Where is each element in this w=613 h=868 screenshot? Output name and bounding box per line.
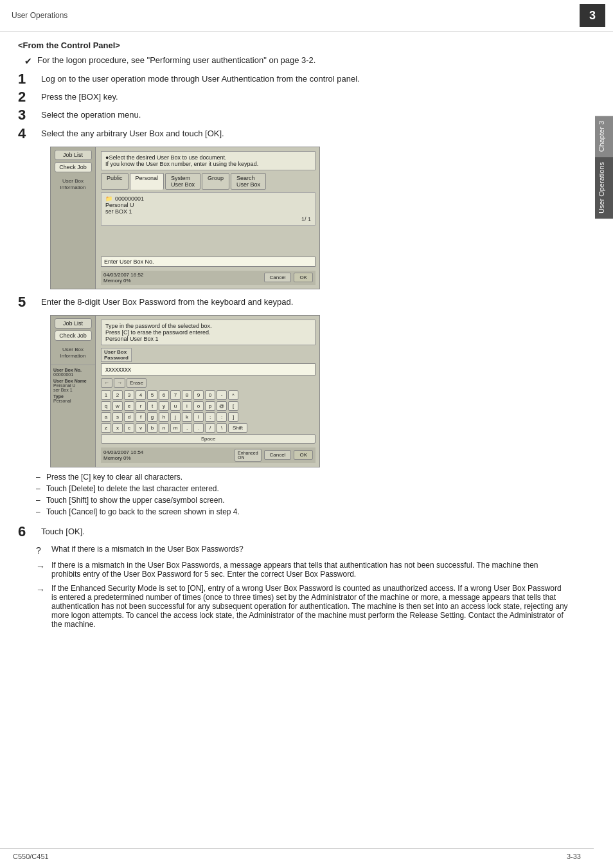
key-bracket-close[interactable]: ] <box>228 412 238 422</box>
key-w[interactable]: w <box>112 401 123 411</box>
key-6[interactable]: 6 <box>159 390 169 400</box>
screen2-userboxname-label: User Box Name <box>53 379 93 383</box>
key-1[interactable]: 1 <box>101 390 111 400</box>
step-1-text: Log on to the user operation mode throug… <box>41 71 568 84</box>
key-colon[interactable]: : <box>217 412 227 422</box>
step6-arrow2-text: If the Enhanced Security Mode is set to … <box>51 584 568 629</box>
key-2[interactable]: 2 <box>112 390 123 400</box>
key-n[interactable]: n <box>159 423 169 433</box>
key-z[interactable]: z <box>101 423 111 433</box>
arrow2-icon: → <box>36 584 49 595</box>
key-b[interactable]: b <box>147 423 157 433</box>
key-d[interactable]: d <box>124 412 134 422</box>
key-a[interactable]: a <box>101 412 111 422</box>
screen2-enhanced-btn[interactable]: EnhancedON <box>235 449 262 462</box>
screen1-list-item[interactable]: 📁 000000001 Personal User BOX 1 1/ 1 <box>101 192 315 226</box>
key-9[interactable]: 9 <box>193 390 204 400</box>
step-2-text: Press the [BOX] key. <box>41 89 568 102</box>
screen2-msg-line2: Press [C] to erase the password entered. <box>105 329 311 336</box>
header-title: User Operations <box>12 11 67 20</box>
screen1-tab-personal[interactable]: Personal <box>130 173 164 190</box>
chapter-badge: 3 <box>580 4 605 27</box>
key-g[interactable]: g <box>147 412 157 422</box>
key-f[interactable]: f <box>136 412 146 422</box>
key-3[interactable]: 3 <box>124 390 134 400</box>
screen1-tab-search[interactable]: SearchUser Box <box>231 173 266 190</box>
keyboard-row-1: 1234567890-^ <box>101 390 315 400</box>
screen1-check-job-btn[interactable]: Check Job <box>55 162 92 172</box>
key-o[interactable]: o <box>193 401 204 411</box>
step-6-text: Touch [OK]. <box>41 524 568 536</box>
key-5[interactable]: 5 <box>147 390 157 400</box>
screen2-password-field[interactable]: xxxxxxxx <box>101 363 315 375</box>
key-e[interactable]: e <box>124 401 134 411</box>
sub-step-4-text: Touch [Cancel] to go back to the screen … <box>46 507 240 516</box>
key-semicolon[interactable]: ; <box>205 412 215 422</box>
key-shift[interactable]: Shift <box>228 423 247 433</box>
screen2-footer-time: 04/03/2007 16:54 <box>103 449 143 455</box>
step6-arrow1-text: If there is a mismatch in the User Box P… <box>51 561 568 579</box>
screen1-tab-public[interactable]: Public <box>101 173 129 190</box>
key-7[interactable]: 7 <box>170 390 181 400</box>
key-t[interactable]: t <box>147 401 157 411</box>
key-r[interactable]: r <box>136 401 146 411</box>
key-minus[interactable]: - <box>217 390 227 400</box>
screen1-empty-rows <box>101 227 315 253</box>
screen2-nav-left[interactable]: ← <box>101 378 112 388</box>
key-s[interactable]: s <box>112 412 123 422</box>
sub-step-1-text: Press the [C] key to clear all character… <box>46 473 182 482</box>
device-screen-1: Job List Check Job User BoxInformation ●… <box>50 147 320 289</box>
key-c[interactable]: c <box>124 423 134 433</box>
step-1: 1 Log on to the user operation mode thro… <box>18 71 568 87</box>
screen2-ok-btn[interactable]: OK <box>294 450 313 460</box>
key-bracket-open[interactable]: [ <box>228 401 238 411</box>
step-1-number: 1 <box>18 71 41 87</box>
key-at[interactable]: @ <box>217 401 227 411</box>
screen1-msg-line2: If you know the User Box number, enter i… <box>105 161 311 167</box>
key-period[interactable]: . <box>193 423 204 433</box>
key-j[interactable]: j <box>170 412 181 422</box>
key-caret[interactable]: ^ <box>228 390 238 400</box>
key-k[interactable]: k <box>182 412 192 422</box>
key-backslash[interactable]: \ <box>217 423 227 433</box>
screen1-cancel-btn[interactable]: Cancel <box>264 273 292 282</box>
key-y[interactable]: y <box>159 401 169 411</box>
key-v[interactable]: v <box>136 423 146 433</box>
key-h[interactable]: h <box>159 412 169 422</box>
screen2-job-list-btn[interactable]: Job List <box>55 318 92 329</box>
key-l[interactable]: l <box>193 412 204 422</box>
screen1-input-field[interactable]: Enter User Box No. <box>101 257 315 267</box>
screen1-tab-system[interactable]: SystemUser Box <box>165 173 200 190</box>
checkmark-icon: ✔ <box>24 56 32 66</box>
footer-page: 3-33 <box>567 853 581 860</box>
key-m[interactable]: m <box>170 423 181 433</box>
screen1-ok-btn[interactable]: OK <box>294 273 313 282</box>
screen1-item-name: Personal User BOX 1 <box>105 202 311 215</box>
screen2-msg-line1: Type in the password of the selected box… <box>105 323 311 329</box>
key-x[interactable]: x <box>112 423 123 433</box>
key-slash[interactable]: / <box>205 423 215 433</box>
screen2-check-job-btn[interactable]: Check Job <box>55 330 92 341</box>
step-3: 3 Select the operation menu. <box>18 107 568 123</box>
screen2-nav-erase[interactable]: Erase <box>127 378 147 388</box>
screen1-tab-group[interactable]: Group <box>202 173 229 190</box>
screen1-job-list-btn[interactable]: Job List <box>55 150 92 160</box>
step6-arrow1: → If there is a mismatch in the User Box… <box>36 561 568 579</box>
key-comma[interactable]: , <box>182 423 192 433</box>
key-space[interactable]: Space <box>101 434 315 444</box>
side-tabs: Chapter 3 User Operations <box>595 116 613 321</box>
page-footer: C550/C451 3-33 <box>0 848 594 860</box>
screen2-footer: 04/03/2007 16:54 Memory 0% EnhancedON Ca… <box>101 448 315 463</box>
keyboard-row-4: zxcvbnm,./\Shift <box>101 423 315 433</box>
key-4[interactable]: 4 <box>136 390 146 400</box>
screen1-footer-buttons: Cancel OK <box>264 273 313 282</box>
key-8[interactable]: 8 <box>182 390 192 400</box>
screen2-cancel-btn[interactable]: Cancel <box>264 450 292 460</box>
screen2-nav-right[interactable]: → <box>114 378 125 388</box>
key-u[interactable]: u <box>170 401 181 411</box>
key-p[interactable]: p <box>205 401 215 411</box>
key-i[interactable]: i <box>182 401 192 411</box>
key-0[interactable]: 0 <box>205 390 215 400</box>
screen1-footer-time: 04/03/2007 16:52 <box>103 272 143 278</box>
key-q[interactable]: q <box>101 401 111 411</box>
